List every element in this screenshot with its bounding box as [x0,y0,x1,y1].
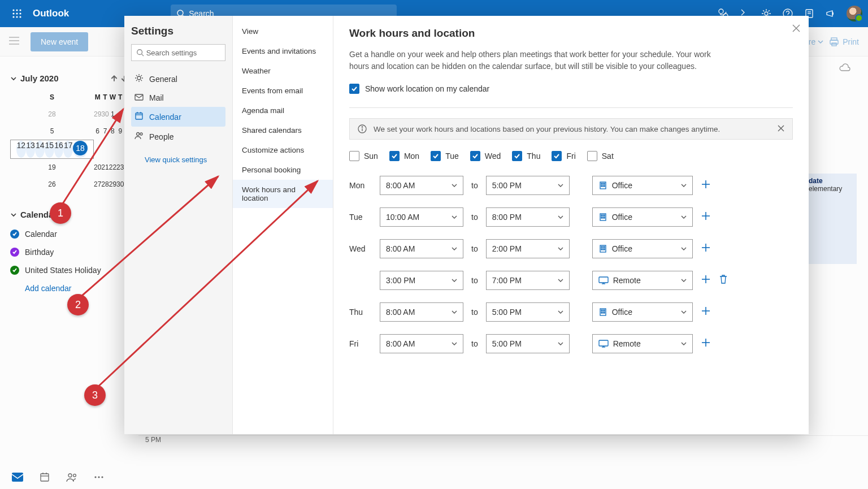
add-slot-button[interactable] [701,305,711,319]
settings-nav1-general[interactable]: General [131,69,225,89]
workday-wed[interactable]: Wed [470,151,501,161]
workday-tue[interactable]: Tue [431,151,459,161]
workday-fri[interactable]: Fri [552,151,575,161]
svg-point-32 [94,476,96,478]
general-icon [134,73,144,84]
arrow-up-icon[interactable] [110,75,118,83]
show-location-checkbox-row[interactable]: Show work location on my calendar [349,84,793,94]
chevron-down-icon [558,246,563,252]
checkbox-icon[interactable] [431,151,441,161]
calendar-list-item[interactable]: Birthday [10,243,128,261]
svg-rect-63 [604,217,605,218]
checkbox-icon[interactable] [349,151,359,161]
svg-point-2 [19,9,21,11]
settings-nav2-item[interactable]: Events and invitations [233,41,333,61]
end-time-select[interactable]: 5:00 PM [486,334,570,353]
start-time-select[interactable]: 8:00 AM [380,239,463,258]
avatar[interactable] [847,6,862,21]
settings-nav2-item[interactable]: Shared calendars [233,120,333,140]
checkbox-icon[interactable] [552,151,562,161]
add-slot-button[interactable] [701,210,711,224]
day-label: Mon [349,181,372,190]
settings-nav2-item[interactable]: View [233,21,333,41]
svg-rect-68 [604,246,605,248]
settings-nav2-item[interactable]: Events from email [233,81,333,101]
panel-description: Get a handle on your week and help other… [349,49,711,72]
annotation-badge: 2 [67,294,89,315]
module-rail [11,471,105,483]
chevron-down-icon [681,246,687,252]
calendar-list-item[interactable]: Calendar [10,225,128,243]
left-nav: July 2020 SMTWTFS28293012345678910111213… [0,57,138,303]
day-label: Thu [349,308,372,317]
end-time-select[interactable]: 7:00 PM [486,271,570,290]
svg-point-35 [137,50,142,55]
dismiss-banner-button[interactable] [778,125,784,133]
location-select[interactable]: Office [592,207,693,227]
settings-search[interactable]: Search settings [131,44,225,61]
start-time-select[interactable]: 8:00 AM [380,176,463,195]
workday-thu[interactable]: Thu [512,151,540,161]
chevron-down-icon[interactable] [10,75,17,82]
settings-nav1-people[interactable]: People [131,127,225,146]
settings-nav1-calendar[interactable]: Calendar [131,107,225,127]
delete-slot-button[interactable] [719,274,728,287]
checkbox-icon[interactable] [470,151,480,161]
location-select[interactable]: Remote [592,271,693,290]
checkbox-icon[interactable] [587,151,597,161]
settings-title: Settings [131,25,225,37]
mini-calendar[interactable]: SMTWTFS282930123456789101112131415161718… [10,89,139,193]
chevron-down-icon [681,183,687,188]
calendar-color-dot [10,266,19,275]
chevron-down-icon [452,341,457,347]
location-select[interactable]: Office [592,239,693,258]
location-select[interactable]: Remote [592,334,693,353]
add-slot-button[interactable] [701,241,711,256]
more-icon[interactable] [93,471,105,483]
settings-nav2-item[interactable]: Agenda mail [233,101,333,120]
workday-sun[interactable]: Sun [349,151,378,161]
to-label: to [471,308,478,317]
end-time-select[interactable]: 5:00 PM [486,176,570,195]
settings-nav2-item[interactable]: Work hours and location [233,180,333,208]
start-time-select[interactable]: 10:00 AM [380,207,463,227]
add-slot-button[interactable] [701,273,711,288]
svg-point-33 [98,476,99,478]
settings-nav1-mail[interactable]: Mail [131,89,225,107]
start-time-select[interactable]: 8:00 AM [380,302,463,322]
end-time-select[interactable]: 8:00 PM [486,207,570,227]
svg-point-43 [137,133,140,136]
calendar-list-item[interactable]: United States Holiday [10,261,128,279]
people-module-icon[interactable] [66,471,78,483]
checkbox-checked-icon[interactable] [349,84,359,94]
close-button[interactable] [792,24,801,35]
add-slot-button[interactable] [701,336,711,351]
add-calendar-link[interactable]: Add calendar [10,279,128,297]
workday-sat[interactable]: Sat [587,151,614,161]
location-select[interactable]: Office [592,302,693,322]
workday-mon[interactable]: Mon [389,151,419,161]
view-quick-settings-link[interactable]: View quick settings [131,155,225,164]
end-time-select[interactable]: 5:00 PM [486,302,570,322]
calendar-icon [134,111,144,122]
location-select[interactable]: Office [592,176,693,195]
megaphone-icon[interactable] [825,8,836,19]
calendar-event[interactable]: date elementary [803,174,857,264]
settings-nav2-item[interactable]: Weather [233,61,333,81]
end-time-select[interactable]: 2:00 PM [486,239,570,258]
start-time-select[interactable]: 8:00 AM [380,334,463,353]
settings-nav2-item[interactable]: Personal booking [233,160,333,180]
app-launcher-icon[interactable] [6,9,28,18]
mail-module-icon[interactable] [11,471,24,483]
svg-point-1 [16,9,18,11]
svg-point-5 [19,12,21,14]
chevron-down-icon [452,214,457,220]
settings-nav-primary: Settings Search settings General Mail Ca… [124,16,233,434]
building-icon [598,308,607,317]
settings-nav2-item[interactable]: Customize actions [233,140,333,160]
start-time-select[interactable]: 3:00 PM [380,271,463,290]
checkbox-icon[interactable] [512,151,522,161]
checkbox-icon[interactable] [389,151,400,161]
calendar-module-icon[interactable] [38,471,51,483]
add-slot-button[interactable] [701,178,711,193]
